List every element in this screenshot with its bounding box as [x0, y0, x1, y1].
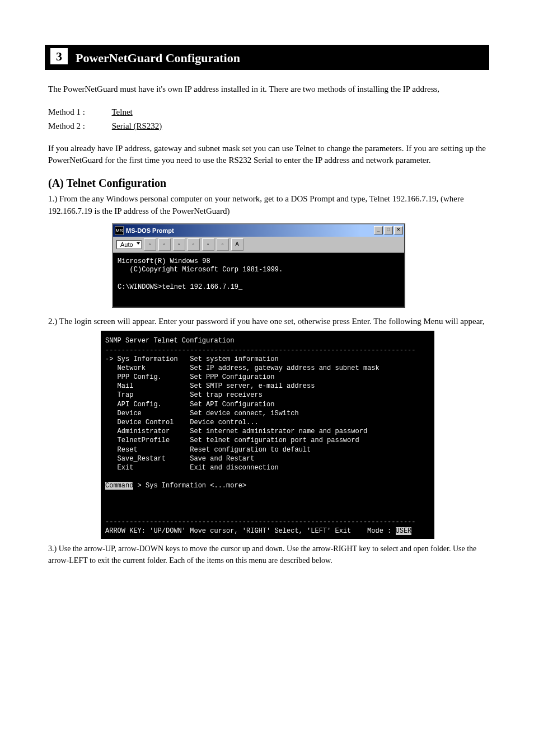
font-size-combo[interactable]: Auto	[116, 240, 142, 249]
tool-icon-2[interactable]: ▫	[158, 238, 171, 251]
dos-toolbar: Auto ▫ ▫ ▫ ▫ ▫ ▫ A	[113, 237, 404, 253]
tool-icon-4[interactable]: ▫	[188, 238, 200, 251]
dos-body[interactable]: Microsoft(R) Windows 98 (C)Copyright Mic…	[113, 253, 404, 307]
telnet-blank	[105, 472, 430, 481]
telnet-menu-item[interactable]: PPP Config. Set PPP Configuration	[105, 373, 430, 382]
telnet-divider-bottom: ----------------------------------------…	[105, 518, 430, 527]
dos-app-icon: MS	[115, 226, 124, 235]
telnet-footer: ARROW KEY: 'UP/DOWN' Move cursor, 'RIGHT…	[105, 527, 430, 536]
method1-label: Method 1 :	[48, 105, 110, 120]
section-a-heading: (A) Telnet Configuration	[48, 177, 486, 190]
step2-text: 2.) The login screen will appear. Enter …	[48, 316, 486, 328]
command-text: > Sys Information <...more>	[133, 482, 246, 490]
mode-label: Mode :	[367, 527, 395, 535]
method2-value: Serial (RS232)	[112, 121, 162, 130]
maximize-icon[interactable]: □	[384, 226, 393, 234]
telnet-menu-item[interactable]: TelnetProfile Set telnet configuration p…	[105, 436, 430, 445]
methods-list: Method 1 : Telnet Method 2 : Serial (RS2…	[48, 105, 489, 134]
telnet-command-line: Command > Sys Information <...more>	[105, 481, 430, 490]
telnet-blank2	[105, 491, 430, 500]
telnet-menu-item[interactable]: Save_Restart Save and Restart	[105, 454, 430, 463]
telnet-screen[interactable]: SNMP Server Telnet Configuration -------…	[101, 331, 434, 539]
dos-window: MS MS-DOS Prompt _ □ × Auto ▫ ▫ ▫ ▫ ▫ ▫ …	[112, 223, 405, 308]
intro-paragraph: The PowerNetGuard must have it's own IP …	[48, 83, 486, 95]
dos-title: MS-DOS Prompt	[126, 227, 373, 234]
footer-keys: ARROW KEY: 'UP/DOWN' Move cursor, 'RIGHT…	[105, 527, 351, 535]
description-paragraph: If you already have IP address, gateway …	[48, 143, 486, 167]
telnet-menu-item[interactable]: Device Set device connect, iSwitch	[105, 409, 430, 418]
chapter-header: 3 PowerNetGuard Configuration	[45, 45, 489, 70]
telnet-divider-top: ----------------------------------------…	[105, 346, 430, 355]
telnet-menu-item[interactable]: Reset Reset configuration to default	[105, 445, 430, 454]
telnet-menu-item[interactable]: Mail Set SMTP server, e-mail address	[105, 382, 430, 391]
telnet-blank3	[105, 500, 430, 509]
telnet-menu-item[interactable]: -> Sys Information Set system informatio…	[105, 355, 430, 364]
telnet-menu-item[interactable]: Device Control Device control...	[105, 418, 430, 427]
telnet-menu-item[interactable]: API Config. Set API Configuration	[105, 400, 430, 409]
telnet-header: SNMP Server Telnet Configuration	[105, 336, 430, 345]
tool-icon-6[interactable]: ▫	[217, 238, 229, 251]
close-icon[interactable]: ×	[394, 226, 403, 234]
method2-label: Method 2 :	[48, 119, 110, 134]
mode-value: USER	[396, 527, 412, 535]
tool-icon-7[interactable]: A	[231, 238, 243, 251]
minimize-icon[interactable]: _	[374, 226, 383, 234]
telnet-menu: -> Sys Information Set system informatio…	[105, 355, 430, 472]
chapter-number: 3	[50, 48, 68, 64]
telnet-menu-item[interactable]: Exit Exit and disconnection	[105, 463, 430, 472]
telnet-menu-item[interactable]: Network Set IP address, gateway address …	[105, 364, 430, 373]
tool-icon-5[interactable]: ▫	[202, 238, 214, 251]
step3-text: 3.) Use the arrow-UP, arrow-DOWN keys to…	[48, 543, 486, 566]
chapter-title: PowerNetGuard Configuration	[76, 51, 240, 65]
step1-text: 1.) From the any Windows personal comput…	[48, 193, 486, 218]
dos-titlebar: MS MS-DOS Prompt _ □ ×	[113, 224, 404, 237]
telnet-menu-item[interactable]: Trap Set trap receivers	[105, 391, 430, 400]
command-label: Command	[105, 482, 133, 490]
tool-icon-3[interactable]: ▫	[173, 238, 185, 251]
tool-icon-1[interactable]: ▫	[144, 238, 156, 251]
telnet-menu-item[interactable]: Administrator Set internet administrator…	[105, 427, 430, 436]
telnet-blank4	[105, 509, 430, 518]
method1-value: Telnet	[111, 107, 132, 116]
